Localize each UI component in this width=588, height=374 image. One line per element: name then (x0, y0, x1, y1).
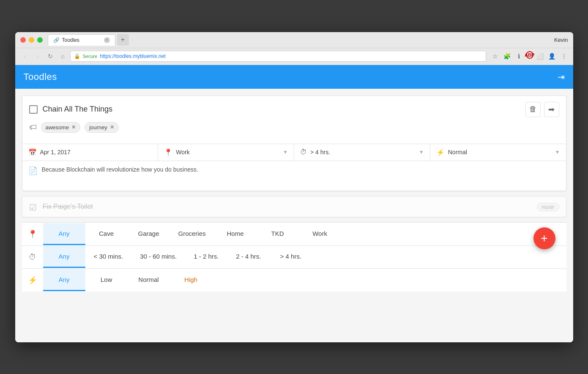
extensions-icon[interactable]: 🧩 (502, 51, 512, 61)
main-content: Chain All The Things 🗑 ➡ 🏷 awesome ✕ jou… (15, 89, 573, 342)
refresh-button[interactable]: ↻ (45, 51, 56, 62)
location-filter-home[interactable]: Home (214, 223, 257, 245)
logout-button[interactable]: ⇥ (558, 72, 565, 82)
location-filter-options: Any Cave Garage Groceries Home TKD Work (43, 223, 566, 245)
task-duration: > 4 hrs. (310, 149, 416, 156)
traffic-lights (20, 37, 43, 43)
forward-button[interactable]: › (32, 51, 43, 62)
duration-filter-row: ⏱ Any < 30 mins. 30 - 60 mins. 1 - 2 hrs… (22, 246, 566, 269)
tab-bar: 🔗 Toodles ✕ + (48, 34, 554, 46)
add-task-fab[interactable]: + (533, 227, 555, 249)
priority-filter-icon: ⚡ (28, 276, 37, 285)
location-filter-work[interactable]: Work (299, 223, 341, 245)
location-filter-any[interactable]: Any (43, 223, 85, 245)
puzzle-icon[interactable]: ⬜ (535, 51, 545, 61)
address-bar[interactable]: 🔒 Secure https://toodles.mybluemix.net (70, 51, 486, 62)
tag-label-awesome: awesome (46, 124, 69, 131)
notes-icon: 📄 (28, 165, 38, 175)
task-title-2: Fix Paige's Toilet (43, 203, 537, 210)
priority-filter-low[interactable]: Low (85, 269, 128, 291)
tag-chip-journey[interactable]: journey ✕ (85, 122, 119, 133)
notes-wrapper: Because Blockchain will revolutionize ho… (42, 165, 560, 174)
duration-cell[interactable]: ⏱ > 4 hrs. ▼ (294, 144, 430, 161)
duration-filter-2-4[interactable]: 2 - 4 hrs. (227, 246, 270, 268)
adblock-icon[interactable]: ABP (526, 51, 533, 59)
tab-title: Toodles (62, 37, 79, 43)
delete-task-button[interactable]: 🗑 (525, 102, 541, 117)
location-filter-icon: 📍 (28, 229, 37, 239)
filter-section: 📍 Any Cave Garage Groceries Home TKD Wor… (22, 222, 566, 292)
tags-row-1: 🏷 awesome ✕ journey ✕ (29, 122, 559, 133)
location-filter-tkd[interactable]: TKD (257, 223, 299, 245)
location-filter-icon-cell: 📍 (22, 223, 43, 246)
clock-icon: ⏱ (300, 148, 307, 156)
app-title: Toodles (24, 71, 57, 82)
duration-filter-60[interactable]: 30 - 60 mins. (131, 246, 185, 268)
browser-tab[interactable]: 🔗 Toodles ✕ (48, 34, 115, 46)
location-dropdown-icon: ▼ (283, 149, 288, 155)
task-card-2: ☑ Fix Paige's Toilet repair (22, 196, 566, 217)
tag-label-journey: journey (89, 124, 107, 131)
task-card-1: Chain All The Things 🗑 ➡ 🏷 awesome ✕ jou… (22, 96, 566, 191)
duration-filter-icon: ⏱ (29, 253, 36, 262)
maximize-button[interactable] (37, 37, 43, 43)
duration-filter-icon-cell: ⏱ (22, 246, 43, 268)
priority-filter-icon-cell: ⚡ (22, 269, 43, 292)
account-icon[interactable]: 👤 (547, 51, 557, 61)
priority-filter-options: Any Low Normal High (43, 269, 566, 291)
priority-filter-high[interactable]: High (170, 269, 212, 291)
calendar-icon: 📅 (28, 148, 37, 156)
task-notes[interactable]: Because Blockchain will revolutionize ho… (42, 166, 198, 173)
location-filter-cave[interactable]: Cave (85, 223, 128, 245)
location-cell[interactable]: 📍 Work ▼ (158, 144, 294, 161)
priority-filter-row: ⚡ Any Low Normal High (22, 269, 566, 292)
duration-filter-30[interactable]: < 30 mins. (85, 246, 132, 268)
tag-chip-awesome[interactable]: awesome ✕ (41, 122, 81, 133)
location-filter-row: 📍 Any Cave Garage Groceries Home TKD Wor… (22, 223, 566, 246)
task-location: Work (176, 149, 279, 156)
app-header: Toodles ⇥ (15, 65, 573, 89)
priority-filter-any[interactable]: Any (43, 269, 85, 291)
menu-icon[interactable]: ⋮ (559, 51, 569, 61)
url-display: https://toodles.mybluemix.net (100, 53, 165, 59)
date-cell[interactable]: 📅 Apr 1, 2017 (22, 144, 159, 161)
back-button[interactable]: ‹ (19, 51, 30, 62)
new-tab-button[interactable]: + (117, 34, 129, 46)
location-icon: 📍 (164, 148, 172, 156)
title-bar: 🔗 Toodles ✕ + Kevin (15, 32, 573, 48)
duration-filter-any[interactable]: Any (43, 246, 85, 268)
nav-bar: ‹ › ↻ ⌂ 🔒 Secure https://toodles.mybluem… (15, 48, 573, 65)
task-checkbox-1[interactable] (29, 105, 38, 114)
secure-badge: Secure (83, 54, 98, 59)
duration-filter-1-2[interactable]: 1 - 2 hrs. (185, 246, 227, 268)
task-date: Apr 1, 2017 (40, 149, 152, 156)
tab-close-button[interactable]: ✕ (104, 37, 110, 43)
notes-row-1: 📄 Because Blockchain will revolutionize … (22, 161, 566, 191)
tag-icon: 🏷 (29, 123, 37, 132)
task-priority: Normal (448, 149, 552, 156)
move-task-button[interactable]: ➡ (544, 102, 559, 117)
priority-filter-normal[interactable]: Normal (128, 269, 170, 291)
location-filter-garage[interactable]: Garage (128, 223, 170, 245)
bookmark-icon[interactable]: ☆ (490, 51, 500, 61)
task-completed-icon[interactable]: ☑ (29, 202, 38, 211)
task-actions-1: 🗑 ➡ (525, 102, 559, 117)
task-header-row: Chain All The Things 🗑 ➡ (29, 102, 559, 117)
tag-remove-awesome[interactable]: ✕ (71, 124, 76, 130)
tab-favicon: 🔗 (53, 37, 60, 43)
priority-cell[interactable]: ⚡ Normal ▼ (430, 144, 566, 161)
user-name: Kevin (554, 37, 568, 43)
duration-dropdown-icon: ▼ (419, 149, 424, 155)
minimize-button[interactable] (29, 37, 34, 43)
task-title-1: Chain All The Things (43, 105, 525, 114)
priority-icon: ⚡ (436, 148, 445, 156)
details-row-1: 📅 Apr 1, 2017 📍 Work ▼ ⏱ > 4 hrs. ▼ ⚡ No… (22, 144, 566, 161)
close-button[interactable] (20, 37, 26, 43)
info-icon[interactable]: ℹ (514, 51, 524, 61)
home-button[interactable]: ⌂ (57, 51, 68, 62)
tag-remove-journey[interactable]: ✕ (110, 124, 114, 130)
duration-filter-4plus[interactable]: > 4 hrs. (270, 246, 312, 268)
priority-dropdown-icon: ▼ (555, 149, 560, 155)
task-tag-repair: repair (537, 203, 559, 211)
location-filter-groceries[interactable]: Groceries (170, 223, 214, 245)
